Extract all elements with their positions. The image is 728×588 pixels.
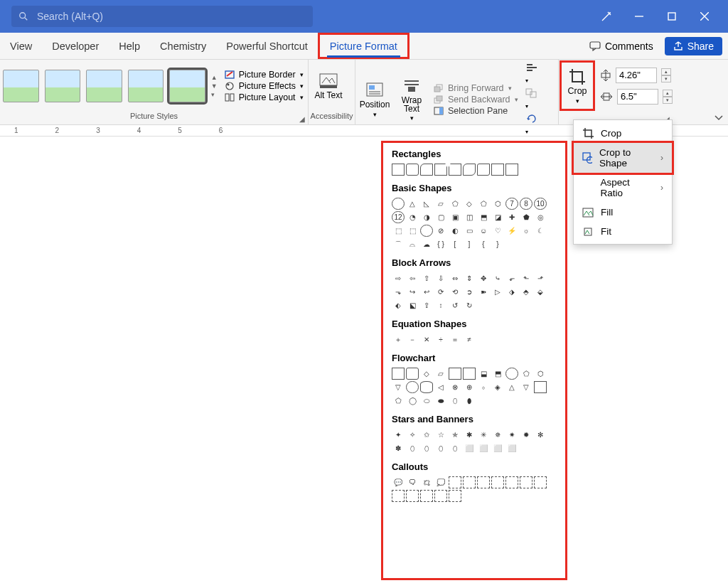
tab-view[interactable]: View: [0, 33, 42, 59]
shape-option[interactable]: 💬: [392, 476, 405, 488]
shape-option[interactable]: ⬡: [534, 368, 547, 380]
shape-option[interactable]: 8: [520, 198, 532, 210]
shape-option[interactable]: [434, 490, 447, 502]
shape-option[interactable]: ⬠: [477, 198, 490, 210]
shape-option[interactable]: ⬨: [477, 381, 490, 393]
shape-option[interactable]: ⇪: [420, 299, 433, 311]
shape-option[interactable]: {: [477, 238, 490, 250]
shape-option[interactable]: 🗯: [420, 476, 433, 488]
shape-option[interactable]: ↺: [449, 299, 461, 311]
shape-option[interactable]: ⇦: [406, 272, 419, 284]
shape-option[interactable]: [520, 476, 532, 488]
shape-option[interactable]: [477, 476, 490, 488]
shape-option[interactable]: ✹: [520, 429, 532, 441]
shape-option[interactable]: [434, 164, 447, 176]
shape-option[interactable]: [392, 164, 405, 176]
shape-option[interactable]: [392, 490, 405, 502]
shape-option[interactable]: △: [505, 381, 518, 393]
shape-option[interactable]: [: [449, 238, 461, 250]
shape-option[interactable]: ⬏: [534, 272, 547, 284]
send-backward-button[interactable]: Send Backward▾: [434, 95, 518, 105]
crop-menu-aspect-ratio[interactable]: Aspect Ratio ›: [574, 173, 672, 203]
shape-option[interactable]: ▽: [392, 381, 405, 393]
shape-option[interactable]: 10: [534, 198, 547, 210]
shape-option[interactable]: ✦: [392, 429, 405, 441]
shape-option[interactable]: [449, 164, 461, 176]
selection-pane-button[interactable]: Selection Pane: [434, 106, 518, 116]
shape-option[interactable]: －: [406, 333, 419, 346]
shape-option[interactable]: ⬭: [420, 395, 433, 407]
tab-powerful-shortcut[interactable]: Powerful Shortcut: [216, 33, 317, 59]
shape-option[interactable]: ⬗: [505, 286, 518, 298]
search-input[interactable]: Search (Alt+Q): [11, 6, 313, 27]
shape-option[interactable]: ⬯: [434, 442, 447, 454]
shape-option[interactable]: [534, 381, 547, 393]
shape-option[interactable]: ]: [463, 238, 476, 250]
shape-option[interactable]: ◈: [491, 381, 504, 393]
shape-option[interactable]: ⌒: [392, 238, 405, 250]
shape-option[interactable]: [477, 164, 490, 176]
shape-option[interactable]: ✱: [463, 429, 476, 441]
shape-option[interactable]: ⊘: [434, 225, 447, 237]
shape-option[interactable]: ⬜: [505, 442, 518, 454]
shape-option[interactable]: [406, 381, 419, 393]
shape-option[interactable]: ◯: [406, 395, 419, 407]
shape-option[interactable]: ⬯: [406, 442, 419, 454]
shape-option[interactable]: ⬠: [392, 395, 405, 407]
shape-option[interactable]: ↩: [420, 286, 433, 298]
shape-option[interactable]: [505, 476, 518, 488]
shape-option[interactable]: ◺: [420, 198, 433, 210]
shape-option[interactable]: ☺: [477, 225, 490, 237]
shape-option[interactable]: ◎: [534, 211, 547, 223]
shape-option[interactable]: [463, 164, 476, 176]
shape-option[interactable]: 12: [392, 211, 405, 223]
crop-button[interactable]: Crop ▾: [560, 60, 595, 111]
shape-option[interactable]: { }: [434, 238, 447, 250]
shape-option[interactable]: [449, 368, 461, 380]
share-button[interactable]: Share: [665, 37, 722, 55]
shape-option[interactable]: ✕: [420, 333, 433, 346]
shape-option[interactable]: ⬮: [463, 395, 476, 407]
shape-option[interactable]: }: [491, 238, 504, 250]
shape-option[interactable]: [463, 476, 476, 488]
shape-option[interactable]: ⤷: [491, 272, 504, 284]
shape-option[interactable]: ⬠: [449, 198, 461, 210]
picture-style-thumb[interactable]: [128, 70, 164, 102]
shape-option[interactable]: ▽: [520, 381, 532, 393]
shape-option[interactable]: △: [406, 198, 419, 210]
shape-option[interactable]: ✩: [420, 429, 433, 441]
shape-option[interactable]: ⟲: [449, 286, 461, 298]
shape-option[interactable]: ＝: [449, 333, 461, 346]
shape-option[interactable]: ⬑: [520, 272, 532, 284]
shape-option[interactable]: ◇: [463, 198, 476, 210]
crop-menu-crop[interactable]: Crop: [574, 123, 672, 143]
shape-option[interactable]: [392, 198, 405, 210]
shape-option[interactable]: ⬓: [477, 368, 490, 380]
minimize-button[interactable]: [623, 0, 655, 33]
shape-option[interactable]: ⊗: [449, 381, 461, 393]
shape-option[interactable]: ▱: [434, 198, 447, 210]
shape-option[interactable]: ⬐: [505, 272, 518, 284]
shape-option[interactable]: ↻: [463, 299, 476, 311]
shape-option[interactable]: [420, 381, 433, 393]
shape-option[interactable]: ◇: [420, 368, 433, 380]
shape-option[interactable]: ⬬: [434, 395, 447, 407]
shape-option[interactable]: ⚡: [505, 225, 518, 237]
tab-developer[interactable]: Developer: [42, 33, 109, 59]
shape-option[interactable]: ◫: [463, 211, 476, 223]
shape-option[interactable]: [449, 490, 461, 502]
shape-option[interactable]: ⬚: [392, 225, 405, 237]
picture-style-thumb[interactable]: [3, 70, 39, 102]
position-button[interactable]: Position▾: [355, 81, 394, 118]
shape-option[interactable]: ⇔: [449, 272, 461, 284]
shape-option[interactable]: [406, 490, 419, 502]
group-button[interactable]: ▾: [525, 88, 540, 111]
bring-forward-button[interactable]: Bring Forward▾: [434, 83, 518, 93]
shape-option[interactable]: ✻: [534, 429, 547, 441]
maximize-button[interactable]: [655, 0, 688, 33]
shape-option[interactable]: ✥: [477, 272, 490, 284]
shape-option[interactable]: ⌓: [406, 238, 419, 250]
shape-option[interactable]: ➲: [463, 286, 476, 298]
shape-option[interactable]: ◁: [434, 381, 447, 393]
shape-option[interactable]: ✧: [406, 429, 419, 441]
